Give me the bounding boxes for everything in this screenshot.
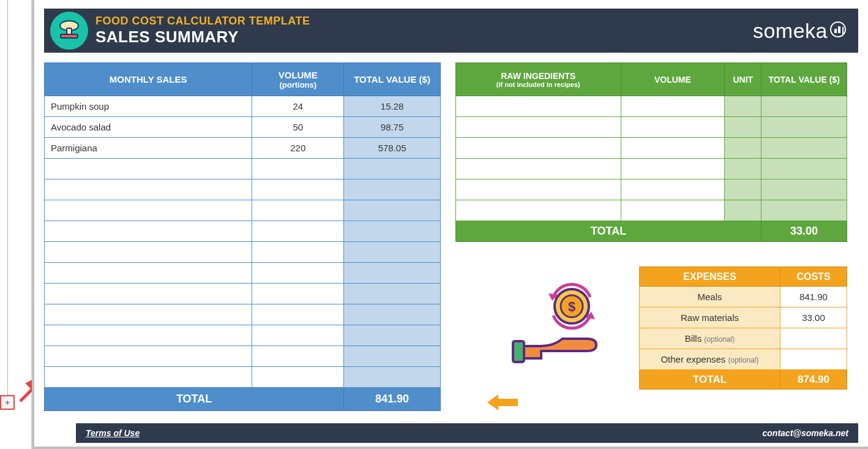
- ms-total-row: TOTAL 841.90: [45, 388, 441, 411]
- svg-rect-2: [67, 28, 72, 34]
- table-row[interactable]: [45, 325, 441, 346]
- exp-cost-cell[interactable]: [780, 349, 847, 370]
- ri-header-total: TOTAL VALUE ($): [761, 63, 847, 96]
- exp-label-cell: Raw materials: [640, 308, 780, 328]
- exp-label-cell: Bills (optional): [640, 328, 780, 349]
- ms-header-sales: MONTHLY SALES: [45, 63, 252, 96]
- table-row[interactable]: Raw materials 33.00: [640, 308, 847, 328]
- table-row[interactable]: [456, 159, 847, 179]
- table-row[interactable]: Parmigiana 220 578.05: [45, 138, 441, 159]
- table-row[interactable]: Meals 841.90: [640, 287, 847, 308]
- raw-ingredients-table[interactable]: RAW INGEDIENTS (if not included in recip…: [455, 62, 847, 242]
- ri-total-label: TOTAL: [456, 221, 761, 242]
- outline-line: [7, 0, 8, 406]
- brand-logo: someka: [753, 9, 846, 53]
- outline-expand-button[interactable]: +: [0, 395, 15, 410]
- exp-total-row: TOTAL 874.90: [640, 370, 847, 390]
- table-row[interactable]: Other expenses (optional): [640, 349, 847, 370]
- ri-total-value: 33.00: [761, 221, 847, 242]
- table-row[interactable]: [45, 242, 441, 263]
- exp-cost-cell[interactable]: 841.90: [780, 287, 847, 308]
- footer-bar: Terms of Use contact@someka.net: [76, 423, 858, 443]
- svg-rect-3: [61, 34, 78, 38]
- ms-name-cell[interactable]: Parmigiana: [45, 138, 252, 159]
- exp-header-costs: COSTS: [780, 267, 847, 287]
- table-row[interactable]: [456, 179, 847, 200]
- table-row[interactable]: [456, 138, 847, 159]
- terms-link[interactable]: Terms of Use: [86, 428, 140, 438]
- outline-gutter: [0, 0, 32, 449]
- table-row[interactable]: [45, 159, 441, 179]
- table-row[interactable]: [45, 179, 441, 200]
- ms-value-cell: 15.28: [344, 96, 441, 117]
- contact-text: contact@someka.net: [763, 428, 848, 438]
- table-row[interactable]: Pumpkin soup 24 15.28: [45, 96, 441, 117]
- ms-value-cell: 578.05: [344, 138, 441, 159]
- ms-header-volume: VOLUME (portions): [252, 63, 344, 96]
- exp-cost-cell[interactable]: 33.00: [780, 308, 847, 328]
- table-row[interactable]: [456, 96, 847, 117]
- table-row[interactable]: [456, 117, 847, 138]
- table-row[interactable]: [45, 200, 441, 221]
- exp-header-expenses: EXPENSES: [640, 267, 780, 287]
- yellow-arrow-icon: [487, 393, 518, 412]
- exp-cost-cell[interactable]: [780, 328, 847, 349]
- table-row[interactable]: [456, 200, 847, 221]
- page-subtitle: SALES SUMMARY: [95, 28, 310, 47]
- ms-header-total: TOTAL VALUE ($): [344, 63, 441, 96]
- exp-label-cell: Meals: [640, 287, 780, 308]
- exp-label-cell: Other expenses (optional): [640, 349, 780, 370]
- ri-header-name: RAW INGEDIENTS (if not included in recip…: [456, 63, 621, 96]
- table-row[interactable]: Bills (optional): [640, 328, 847, 349]
- ri-total-row: TOTAL 33.00: [456, 221, 847, 242]
- ms-vol-cell[interactable]: 50: [252, 117, 344, 138]
- ms-total-label: TOTAL: [45, 388, 344, 411]
- title-bar: FOOD COST CALCULATOR TEMPLATE SALES SUMM…: [44, 9, 858, 53]
- table-row[interactable]: [45, 367, 441, 388]
- ri-header-unit: UNIT: [725, 63, 761, 96]
- app-logo-icon: [50, 12, 88, 50]
- expenses-table[interactable]: EXPENSES COSTS Meals 841.90: [639, 266, 847, 390]
- ms-total-value: 841.90: [344, 388, 441, 411]
- exp-total-value: 874.90: [780, 370, 847, 390]
- table-row[interactable]: [45, 263, 441, 284]
- ri-header-volume: VOLUME: [621, 63, 725, 96]
- ms-value-cell: 98.75: [344, 117, 441, 138]
- table-row[interactable]: Avocado salad 50 98.75: [45, 117, 441, 138]
- table-row[interactable]: [45, 304, 441, 325]
- table-row[interactable]: [45, 221, 441, 242]
- template-title: FOOD COST CALCULATOR TEMPLATE: [95, 15, 310, 28]
- monthly-sales-table[interactable]: MONTHLY SALES VOLUME (portions) TOTAL VA…: [44, 62, 441, 411]
- svg-marker-10: [487, 394, 518, 410]
- svg-text:$: $: [568, 299, 575, 314]
- ms-vol-cell[interactable]: 220: [252, 138, 344, 159]
- brand-chart-icon: [830, 21, 846, 37]
- worksheet-area: FOOD COST CALCULATOR TEMPLATE SALES SUMM…: [32, 0, 868, 449]
- table-row[interactable]: [45, 284, 441, 304]
- ms-vol-cell[interactable]: 24: [252, 96, 344, 117]
- table-row[interactable]: [45, 346, 441, 367]
- money-hand-icon: $: [504, 273, 627, 364]
- ms-name-cell[interactable]: Avocado salad: [45, 117, 252, 138]
- exp-total-label: TOTAL: [640, 370, 780, 390]
- svg-rect-9: [513, 341, 524, 362]
- ms-name-cell[interactable]: Pumpkin soup: [45, 96, 252, 117]
